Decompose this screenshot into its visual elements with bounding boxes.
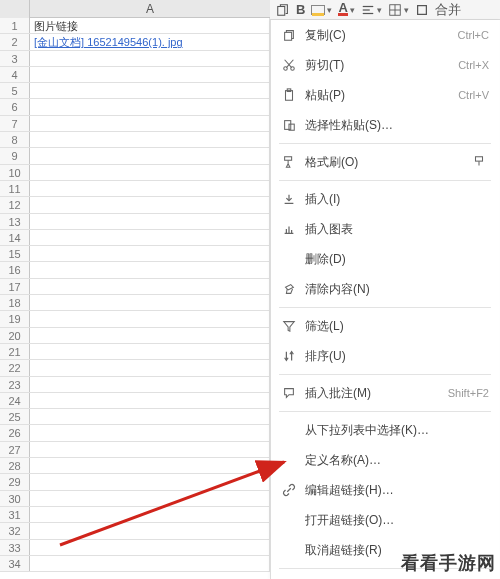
- menu-open-hyperlink[interactable]: 打开超链接(O)…: [271, 505, 499, 535]
- row-header[interactable]: 28: [0, 458, 30, 473]
- table-row: 21: [0, 344, 270, 360]
- row-header[interactable]: 12: [0, 197, 30, 212]
- row-header[interactable]: 27: [0, 442, 30, 457]
- row-header[interactable]: 18: [0, 295, 30, 310]
- row-header[interactable]: 5: [0, 83, 30, 98]
- menu-insert-comment[interactable]: 插入批注(M) Shift+F2: [271, 378, 499, 408]
- cell[interactable]: [30, 360, 270, 375]
- table-row: 3: [0, 51, 270, 67]
- row-header[interactable]: 9: [0, 148, 30, 163]
- table-row: 26: [0, 425, 270, 441]
- cell[interactable]: [30, 197, 270, 212]
- link-icon: [279, 483, 299, 497]
- cell[interactable]: 图片链接: [30, 18, 270, 33]
- menu-define-name[interactable]: 定义名称(A)…: [271, 445, 499, 475]
- cell[interactable]: [30, 279, 270, 294]
- cell[interactable]: [30, 474, 270, 489]
- row-header[interactable]: 15: [0, 246, 30, 261]
- cell[interactable]: [30, 246, 270, 261]
- cell[interactable]: [金山文档] 1652149546(1). jpg: [30, 34, 270, 49]
- column-header-a[interactable]: A: [30, 0, 270, 17]
- row-header[interactable]: 16: [0, 262, 30, 277]
- row-header[interactable]: 22: [0, 360, 30, 375]
- cell[interactable]: [30, 409, 270, 424]
- row-header[interactable]: 8: [0, 132, 30, 147]
- table-row: 4: [0, 67, 270, 83]
- cell[interactable]: [30, 556, 270, 571]
- cell[interactable]: [30, 507, 270, 522]
- row-header[interactable]: 25: [0, 409, 30, 424]
- row-header[interactable]: 19: [0, 311, 30, 326]
- row-header[interactable]: 1: [0, 18, 30, 33]
- row-header[interactable]: 32: [0, 523, 30, 538]
- menu-paste[interactable]: 粘贴(P) Ctrl+V: [271, 80, 499, 110]
- menu-format-painter[interactable]: 格式刷(O): [271, 147, 499, 177]
- row-header[interactable]: 7: [0, 116, 30, 131]
- cell[interactable]: [30, 458, 270, 473]
- cell[interactable]: [30, 295, 270, 310]
- row-header[interactable]: 4: [0, 67, 30, 82]
- cell[interactable]: [30, 540, 270, 555]
- row-header[interactable]: 23: [0, 377, 30, 392]
- cell[interactable]: [30, 99, 270, 114]
- cell[interactable]: [30, 116, 270, 131]
- select-all-corner[interactable]: [0, 0, 30, 18]
- cell[interactable]: [30, 214, 270, 229]
- bold-button[interactable]: B: [296, 2, 305, 17]
- row-header[interactable]: 14: [0, 230, 30, 245]
- row-header[interactable]: 17: [0, 279, 30, 294]
- cell[interactable]: [30, 181, 270, 196]
- cell[interactable]: [30, 393, 270, 408]
- menu-copy[interactable]: 复制(C) Ctrl+C: [271, 20, 499, 50]
- row-header[interactable]: 11: [0, 181, 30, 196]
- row-header[interactable]: 20: [0, 328, 30, 343]
- cell[interactable]: [30, 165, 270, 180]
- cell[interactable]: [30, 344, 270, 359]
- menu-insert-chart[interactable]: 插入图表: [271, 214, 499, 244]
- menu-delete[interactable]: 删除(D): [271, 244, 499, 274]
- merge-cells-button[interactable]: [415, 3, 429, 17]
- menu-cut[interactable]: 剪切(T) Ctrl+X: [271, 50, 499, 80]
- cell[interactable]: [30, 67, 270, 82]
- copy-format-icon[interactable]: [276, 3, 290, 17]
- cell[interactable]: [30, 328, 270, 343]
- row-header[interactable]: 6: [0, 99, 30, 114]
- fill-color-button[interactable]: ▾: [311, 5, 332, 15]
- table-row: 5: [0, 83, 270, 99]
- menu-filter[interactable]: 筛选(L): [271, 311, 499, 341]
- border-button[interactable]: ▾: [388, 3, 409, 17]
- cell[interactable]: [30, 491, 270, 506]
- row-header[interactable]: 26: [0, 425, 30, 440]
- row-header[interactable]: 31: [0, 507, 30, 522]
- cell[interactable]: [30, 148, 270, 163]
- row-header[interactable]: 21: [0, 344, 30, 359]
- table-row: 17: [0, 279, 270, 295]
- row-header[interactable]: 33: [0, 540, 30, 555]
- font-color-button[interactable]: A▾: [338, 3, 354, 16]
- row-header[interactable]: 30: [0, 491, 30, 506]
- cell[interactable]: [30, 51, 270, 66]
- menu-edit-hyperlink[interactable]: 编辑超链接(H)…: [271, 475, 499, 505]
- align-button[interactable]: ▾: [361, 3, 382, 17]
- row-header[interactable]: 10: [0, 165, 30, 180]
- cell[interactable]: [30, 230, 270, 245]
- menu-sort[interactable]: 排序(U): [271, 341, 499, 371]
- row-header[interactable]: 29: [0, 474, 30, 489]
- menu-paste-special[interactable]: 选择性粘贴(S)…: [271, 110, 499, 140]
- cell[interactable]: [30, 523, 270, 538]
- row-header[interactable]: 3: [0, 51, 30, 66]
- cell[interactable]: [30, 83, 270, 98]
- cell[interactable]: [30, 377, 270, 392]
- row-header[interactable]: 24: [0, 393, 30, 408]
- row-header[interactable]: 13: [0, 214, 30, 229]
- cell[interactable]: [30, 132, 270, 147]
- menu-dropdown-select[interactable]: 从下拉列表中选择(K)…: [271, 415, 499, 445]
- cell[interactable]: [30, 311, 270, 326]
- row-header[interactable]: 2: [0, 34, 30, 49]
- cell[interactable]: [30, 425, 270, 440]
- menu-clear[interactable]: 清除内容(N): [271, 274, 499, 304]
- cell[interactable]: [30, 262, 270, 277]
- row-header[interactable]: 34: [0, 556, 30, 571]
- cell[interactable]: [30, 442, 270, 457]
- menu-insert[interactable]: 插入(I): [271, 184, 499, 214]
